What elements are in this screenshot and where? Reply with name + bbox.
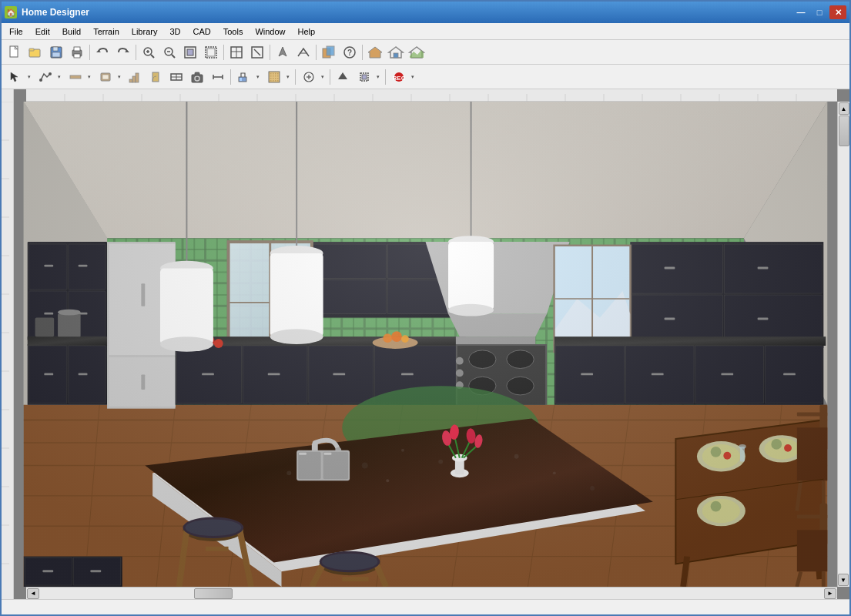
wall-dropdown[interactable]: ▾ [85,68,93,86]
svg-rect-6 [52,52,60,57]
select-tool-dropdown[interactable]: ▾ [25,68,33,86]
scrollbar-thumb-horizontal[interactable] [194,588,233,599]
fill-dropdown[interactable]: ▾ [284,68,292,86]
up-arrow-button[interactable] [333,68,353,86]
app-icon: 🏠 [5,6,17,18]
print-button[interactable] [67,43,87,62]
scrollbar-horizontal[interactable]: ◄ ► [26,587,837,599]
svg-rect-59 [240,78,242,81]
section-view-button[interactable] [247,43,267,62]
menu-build[interactable]: Build [56,25,87,38]
zoom-in-button[interactable] [139,43,159,62]
transform-dropdown[interactable]: ▾ [374,68,382,86]
viewport-3d[interactable] [14,102,837,587]
window-title: Home Designer [22,7,792,18]
svg-rect-5 [53,47,58,51]
svg-rect-31 [327,46,334,55]
stairs-tool-button[interactable] [125,68,145,86]
house-view-button[interactable] [365,43,385,62]
symbol-tool-button[interactable] [299,68,319,86]
zoom-fit-button[interactable] [180,43,200,62]
svg-rect-312 [24,102,827,587]
arrow-tool-button[interactable] [273,43,293,62]
transform-tool-group[interactable]: ▾ [353,67,383,87]
polyline-tool-group[interactable]: ▾ [35,67,64,87]
room-tool-button[interactable] [95,68,116,86]
menu-cad[interactable]: CAD [186,25,216,38]
exterior-view-button[interactable] [386,43,406,62]
separator-t2-4 [385,69,386,85]
svg-rect-46 [132,76,136,82]
svg-rect-8 [74,47,80,51]
polyline-dropdown[interactable]: ▾ [55,68,63,86]
room-dropdown[interactable]: ▾ [116,68,123,86]
scrollbar-vertical[interactable]: ▲ ▼ [837,102,849,587]
menu-window[interactable]: Window [249,25,291,38]
scrollbar-thumb-vertical[interactable] [839,116,849,146]
separator-4 [270,45,270,60]
specs-button[interactable]: ? [340,43,360,62]
record-dropdown[interactable]: ▾ [409,68,417,86]
save-button[interactable] [46,43,66,62]
select-tool-group[interactable]: ▾ [5,67,34,87]
view-3d-button[interactable] [293,43,313,62]
svg-marker-39 [11,72,18,82]
zoom-out-button[interactable] [159,43,179,62]
svg-rect-54 [195,72,199,75]
separator-t2-2 [295,69,296,85]
select-tool-button[interactable] [5,68,25,86]
record-button[interactable]: REC [389,68,409,86]
svg-rect-68 [362,75,367,79]
close-button[interactable]: ✕ [829,5,846,19]
open-button[interactable] [25,43,45,62]
camera-tool-button[interactable] [187,68,207,86]
separator-5 [316,45,317,60]
svg-rect-47 [136,73,139,82]
paint-tool-button[interactable] [234,68,254,86]
svg-rect-48 [152,72,159,82]
room-tool-group[interactable]: ▾ [95,67,124,87]
svg-rect-9 [74,54,80,58]
menu-help[interactable]: Help [292,25,322,38]
svg-marker-34 [368,47,382,58]
fill-tool-group[interactable]: ▾ [263,67,293,87]
redo-button[interactable] [113,43,133,62]
materials-button[interactable] [319,43,339,62]
canvas-area[interactable]: ▲ ▼ ◄ ► [14,89,849,599]
menu-bar: File Edit Build Terrain Library 3D CAD T… [2,23,849,40]
record-tool-group[interactable]: REC ▾ [388,67,417,87]
door-tool-button[interactable] [146,68,166,86]
paint-dropdown[interactable]: ▾ [254,68,262,86]
menu-edit[interactable]: Edit [29,25,56,38]
maximize-button[interactable]: □ [811,5,828,19]
terrain-view-button[interactable] [407,43,427,62]
zoom-window-button[interactable] [201,43,221,62]
symbol-dropdown[interactable]: ▾ [319,68,327,86]
symbol-tool-group[interactable]: ▾ [298,67,327,87]
polyline-tool-button[interactable] [35,68,55,86]
separator-3 [223,45,224,60]
svg-marker-66 [338,72,347,79]
plan-view-button[interactable] [226,43,246,62]
dimension-tool-button[interactable] [208,68,228,86]
menu-terrain[interactable]: Terrain [87,25,126,38]
menu-library[interactable]: Library [126,25,164,38]
minimize-button[interactable]: — [792,5,809,19]
paint-tool-group[interactable]: ▾ [233,67,263,87]
transform-tool-button[interactable] [354,68,374,86]
menu-tools[interactable]: Tools [217,25,250,38]
window-controls: — □ ✕ [792,5,846,19]
wall-tool-button[interactable] [65,68,85,86]
fill-tool-button[interactable] [264,68,284,86]
menu-file[interactable]: File [3,25,29,38]
svg-marker-28 [279,47,286,56]
wall-tool-group[interactable]: ▾ [65,67,94,87]
undo-button[interactable] [92,43,112,62]
svg-rect-42 [70,75,81,79]
ruler-vertical [2,89,14,599]
new-button[interactable] [5,43,25,62]
title-bar: 🏠 Home Designer — □ ✕ [2,2,849,23]
svg-line-15 [151,55,154,58]
window-tool-button[interactable] [166,68,186,86]
menu-3d[interactable]: 3D [163,25,186,38]
